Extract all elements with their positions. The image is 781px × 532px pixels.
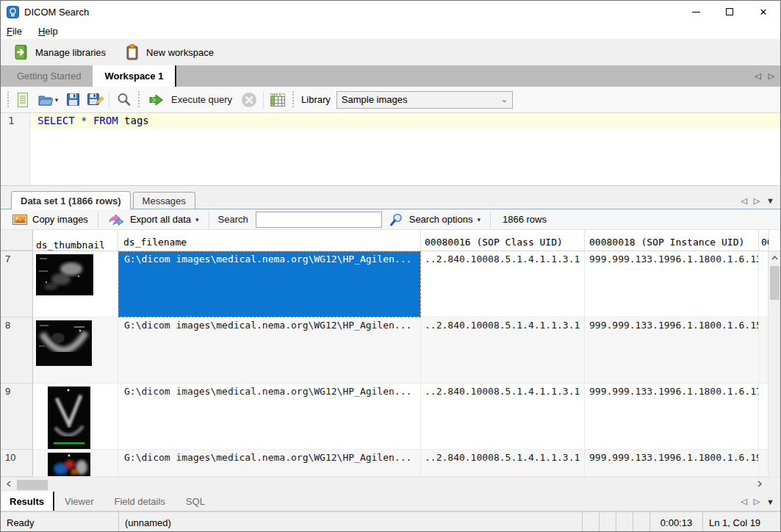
column-header-filename[interactable]: ds_filename — [118, 230, 421, 251]
editor-code-area[interactable]: SELECT * FROM tags — [30, 113, 780, 185]
manage-libraries-button[interactable]: Manage libraries — [8, 40, 113, 64]
minimize-icon — [692, 12, 700, 12]
bottom-scroll-left-icon[interactable]: ◁ — [741, 497, 746, 506]
save-button[interactable] — [62, 90, 84, 110]
row-number[interactable]: 10 — [1, 450, 33, 477]
vertical-scrollbar[interactable] — [768, 251, 780, 477]
thumbnail-cell[interactable] — [33, 251, 118, 317]
bottom-menu-icon[interactable]: ▼ — [766, 497, 774, 506]
grid-body: 7 G:\dicom images\medical.nema.org\ — [1, 251, 780, 477]
instance-uid-cell[interactable]: 999.999.133.1996.1.1800.1.6.19 — [585, 450, 759, 477]
bottom-tab-strip: Results Viewer Field details SQL ◁ ▷ ▼ — [1, 492, 780, 511]
filename-cell[interactable]: G:\dicom images\medical.nema.org\WG12\HP… — [118, 317, 421, 384]
column-header-instance-uid[interactable]: 00080018 (SOP Instance UID) — [585, 230, 759, 251]
column-header-partial[interactable]: 00 — [759, 230, 769, 251]
toolbar-grip — [137, 91, 140, 109]
stop-disabled-icon — [241, 92, 257, 108]
toolbar-separator — [109, 91, 109, 109]
tab-workspace-1[interactable]: Workspace 1 — [93, 65, 176, 87]
sql-operator: * — [81, 115, 87, 126]
table-row[interactable]: 8 G:\dicom images\medical.nema.org\WG12\… — [1, 317, 780, 384]
class-uid-cell[interactable]: ..2.840.10008.5.1.4.1.1.3.1 — [421, 384, 585, 450]
column-header-thumbnail[interactable]: ds_thumbnail — [33, 230, 118, 251]
table-row[interactable]: 9 G:\dicom images\medical.nema.org\WG12\… — [1, 384, 780, 450]
scroll-right-icon[interactable] — [753, 478, 766, 490]
new-query-button[interactable] — [12, 90, 34, 110]
search-options-button[interactable]: Search options ▾ — [382, 211, 487, 229]
search-options-label: Search options — [409, 214, 473, 225]
save-icon — [65, 92, 81, 107]
window-controls: ✕ — [679, 1, 780, 23]
library-combobox[interactable]: Sample images ⌄ — [336, 91, 513, 109]
tab-dataset-1[interactable]: Data set 1 (1866 rows) — [11, 191, 131, 209]
thumbnail-cell[interactable] — [33, 317, 118, 384]
search-options-caret: ▾ — [477, 216, 481, 223]
tab-viewer[interactable]: Viewer — [54, 492, 104, 511]
thumbnail-image — [36, 320, 92, 366]
tab-field-details[interactable]: Field details — [104, 492, 175, 511]
row-number[interactable]: 7 — [1, 251, 33, 317]
filename-cell[interactable]: G:\dicom images\medical.nema.org\WG12\HP… — [118, 450, 421, 477]
tab-results[interactable]: Results — [1, 492, 54, 511]
status-empty-cell — [616, 512, 633, 532]
minimize-button[interactable] — [679, 1, 713, 23]
scroll-left-icon[interactable] — [2, 478, 15, 490]
tab-sql[interactable]: SQL — [176, 492, 215, 511]
export-all-data-button[interactable]: Export all data ▾ — [101, 211, 206, 229]
sql-editor[interactable]: 1 SELECT * FROM tags — [1, 113, 780, 186]
instance-uid-cell[interactable]: 999.999.133.1996.1.1800.1.6.17 — [585, 384, 759, 450]
copy-images-button[interactable]: Copy images — [5, 211, 95, 229]
tab-scroll-left-icon[interactable]: ◁ — [755, 71, 760, 81]
grid-header-row: ds_thumbnail ds_filename 00080016 (SOP C… — [1, 230, 780, 251]
dataset-scroll-left-icon[interactable]: ◁ — [741, 196, 746, 206]
toolbar-separator — [263, 91, 264, 109]
tab-getting-started[interactable]: Getting Started — [5, 65, 93, 87]
open-query-button[interactable]: ▾ — [34, 90, 62, 110]
instance-uid-cell[interactable]: 999.999.133.1996.1.1800.1.6.15 — [585, 317, 759, 384]
class-uid-cell[interactable]: ..2.840.10008.5.1.4.1.1.3.1 — [421, 317, 585, 384]
filename-cell-selected[interactable]: G:\dicom images\medical.nema.org\WG12\HP… — [118, 251, 421, 317]
scroll-up-icon[interactable] — [769, 251, 781, 264]
query-toolbar: ▾ — [1, 87, 780, 113]
new-workspace-button[interactable]: New workspace — [119, 40, 221, 64]
tab-messages[interactable]: Messages — [133, 192, 195, 209]
horizontal-scrollbar[interactable] — [1, 477, 780, 492]
tab-scroll-right-icon[interactable]: ▷ — [769, 71, 774, 81]
results-grid: ds_thumbnail ds_filename 00080016 (SOP C… — [1, 230, 780, 477]
status-cursor-position: Ln 1, Col 19 — [702, 512, 780, 532]
maximize-button[interactable] — [713, 1, 746, 23]
instance-uid-cell[interactable]: 999.999.133.1996.1.1800.1.6.13 — [585, 251, 759, 317]
find-button[interactable] — [112, 90, 134, 110]
save-as-button[interactable] — [84, 90, 106, 110]
copy-images-label: Copy images — [32, 214, 88, 225]
column-header-class-uid[interactable]: 00080016 (SOP Class UID) — [421, 230, 585, 251]
sql-identifier: tags — [124, 115, 149, 126]
status-workspace-name: (unnamed) — [118, 512, 582, 532]
row-number[interactable]: 9 — [1, 384, 33, 450]
class-uid-cell[interactable]: ..2.840.10008.5.1.4.1.1.3.1 — [421, 450, 585, 477]
menu-help[interactable]: Help — [38, 26, 58, 37]
filename-cell[interactable]: G:\dicom images\medical.nema.org\WG12\HP… — [118, 384, 421, 450]
toolbar-grip — [291, 91, 295, 109]
title-bar: DICOM Search ✕ — [1, 1, 780, 23]
table-row[interactable]: 7 G:\dicom images\medical.nema.org\ — [1, 251, 780, 317]
thumbnail-cell[interactable] — [33, 450, 118, 477]
execute-query-button[interactable]: Execute query — [143, 90, 238, 110]
open-folder-icon — [37, 93, 54, 107]
search-input[interactable] — [256, 212, 382, 228]
dataset-scroll-right-icon[interactable]: ▷ — [754, 196, 760, 206]
dataset-menu-icon[interactable]: ▼ — [766, 196, 774, 206]
new-workspace-icon — [123, 43, 141, 61]
bottom-scroll-right-icon[interactable]: ▷ — [754, 497, 760, 506]
horizontal-scroll-thumb[interactable] — [17, 480, 48, 490]
result-grid-button[interactable] — [267, 90, 289, 110]
thumbnail-cell[interactable] — [33, 384, 118, 450]
thumbnail-image — [48, 387, 90, 449]
table-row[interactable]: 10 G:\dicom images\medical.nema.org\WG12… — [1, 450, 780, 477]
close-button[interactable]: ✕ — [746, 1, 780, 23]
class-uid-cell[interactable]: ..2.840.10008.5.1.4.1.1.3.1 — [421, 251, 585, 317]
row-number[interactable]: 8 — [1, 317, 33, 384]
menu-file[interactable]: File — [7, 26, 22, 37]
stop-query-button[interactable] — [238, 90, 260, 110]
vertical-scroll-thumb[interactable] — [770, 266, 780, 300]
